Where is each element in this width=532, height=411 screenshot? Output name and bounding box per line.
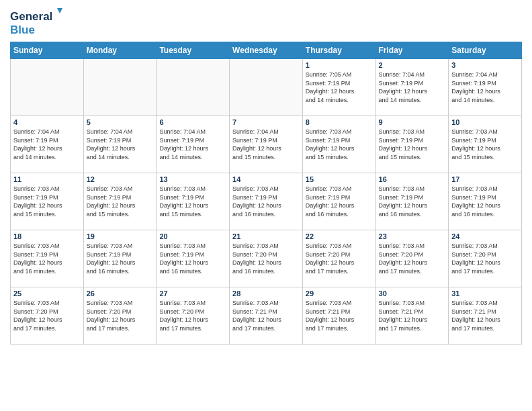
cell-info: Sunrise: 7:05 AM Sunset: 7:19 PM Dayligh… <box>306 71 373 104</box>
calendar-cell: 10Sunrise: 7:03 AM Sunset: 7:19 PM Dayli… <box>449 116 522 173</box>
cell-info: Sunrise: 7:03 AM Sunset: 7:21 PM Dayligh… <box>379 299 446 332</box>
cell-info: Sunrise: 7:04 AM Sunset: 7:19 PM Dayligh… <box>159 128 226 161</box>
calendar-table: SundayMondayTuesdayWednesdayThursdayFrid… <box>10 42 522 345</box>
day-number: 10 <box>451 118 519 126</box>
cell-info: Sunrise: 7:03 AM Sunset: 7:19 PM Dayligh… <box>451 128 519 161</box>
cell-info: Sunrise: 7:03 AM Sunset: 7:19 PM Dayligh… <box>87 242 154 275</box>
calendar-cell: 9Sunrise: 7:03 AM Sunset: 7:19 PM Daylig… <box>375 116 449 173</box>
cell-info: Sunrise: 7:03 AM Sunset: 7:21 PM Dayligh… <box>306 299 373 332</box>
day-number: 21 <box>232 232 300 240</box>
weekday-header: Friday <box>375 42 449 59</box>
day-number: 15 <box>306 175 373 183</box>
cell-info: Sunrise: 7:04 AM Sunset: 7:19 PM Dayligh… <box>379 71 446 104</box>
page-header: General Blue <box>10 7 522 36</box>
calendar-cell: 19Sunrise: 7:03 AM Sunset: 7:19 PM Dayli… <box>83 230 157 287</box>
cell-info: Sunrise: 7:03 AM Sunset: 7:19 PM Dayligh… <box>87 185 154 218</box>
calendar-cell: 1Sunrise: 7:05 AM Sunset: 7:19 PM Daylig… <box>302 59 375 116</box>
calendar-cell: 17Sunrise: 7:03 AM Sunset: 7:19 PM Dayli… <box>449 173 522 230</box>
cell-info: Sunrise: 7:03 AM Sunset: 7:21 PM Dayligh… <box>451 299 519 332</box>
day-number: 31 <box>451 289 519 298</box>
day-number: 4 <box>13 118 81 126</box>
cell-info: Sunrise: 7:04 AM Sunset: 7:19 PM Dayligh… <box>232 128 300 161</box>
day-number: 29 <box>306 289 373 298</box>
cell-info: Sunrise: 7:04 AM Sunset: 7:19 PM Dayligh… <box>451 71 519 104</box>
calendar-cell: 23Sunrise: 7:03 AM Sunset: 7:20 PM Dayli… <box>375 230 449 287</box>
cell-info: Sunrise: 7:03 AM Sunset: 7:21 PM Dayligh… <box>232 299 300 332</box>
calendar-week-row: 4Sunrise: 7:04 AM Sunset: 7:19 PM Daylig… <box>11 116 522 173</box>
calendar-cell: 26Sunrise: 7:03 AM Sunset: 7:20 PM Dayli… <box>83 287 157 345</box>
calendar-cell: 20Sunrise: 7:03 AM Sunset: 7:19 PM Dayli… <box>157 230 230 287</box>
day-number: 25 <box>13 289 81 298</box>
calendar-cell <box>157 59 230 116</box>
day-number: 12 <box>87 175 154 183</box>
calendar-cell: 5Sunrise: 7:04 AM Sunset: 7:19 PM Daylig… <box>83 116 157 173</box>
day-number: 8 <box>306 118 373 126</box>
cell-info: Sunrise: 7:03 AM Sunset: 7:19 PM Dayligh… <box>379 128 446 161</box>
calendar-cell: 27Sunrise: 7:03 AM Sunset: 7:20 PM Dayli… <box>157 287 230 345</box>
day-number: 28 <box>232 289 300 298</box>
calendar-cell: 16Sunrise: 7:03 AM Sunset: 7:19 PM Dayli… <box>375 173 449 230</box>
cell-info: Sunrise: 7:03 AM Sunset: 7:19 PM Dayligh… <box>159 185 226 218</box>
calendar-cell <box>230 59 303 116</box>
weekday-header: Tuesday <box>157 42 230 59</box>
calendar-cell: 14Sunrise: 7:03 AM Sunset: 7:19 PM Dayli… <box>230 173 303 230</box>
calendar-cell: 29Sunrise: 7:03 AM Sunset: 7:21 PM Dayli… <box>302 287 375 345</box>
day-number: 7 <box>232 118 300 126</box>
cell-info: Sunrise: 7:03 AM Sunset: 7:19 PM Dayligh… <box>232 185 300 218</box>
weekday-header: Monday <box>83 42 157 59</box>
cell-info: Sunrise: 7:03 AM Sunset: 7:20 PM Dayligh… <box>306 242 373 275</box>
cell-info: Sunrise: 7:03 AM Sunset: 7:20 PM Dayligh… <box>451 242 519 275</box>
calendar-cell: 3Sunrise: 7:04 AM Sunset: 7:19 PM Daylig… <box>449 59 522 116</box>
calendar-cell: 22Sunrise: 7:03 AM Sunset: 7:20 PM Dayli… <box>302 230 375 287</box>
day-number: 19 <box>87 232 154 240</box>
calendar-cell: 2Sunrise: 7:04 AM Sunset: 7:19 PM Daylig… <box>375 59 449 116</box>
calendar-cell: 15Sunrise: 7:03 AM Sunset: 7:19 PM Dayli… <box>302 173 375 230</box>
day-number: 20 <box>159 232 226 240</box>
calendar-cell: 11Sunrise: 7:03 AM Sunset: 7:19 PM Dayli… <box>11 173 84 230</box>
weekday-header: Thursday <box>302 42 375 59</box>
day-number: 9 <box>379 118 446 126</box>
day-number: 18 <box>13 232 81 240</box>
calendar-week-row: 11Sunrise: 7:03 AM Sunset: 7:19 PM Dayli… <box>11 173 522 230</box>
weekday-header: Sunday <box>11 42 84 59</box>
cell-info: Sunrise: 7:04 AM Sunset: 7:19 PM Dayligh… <box>87 128 154 161</box>
calendar-cell: 7Sunrise: 7:04 AM Sunset: 7:19 PM Daylig… <box>230 116 303 173</box>
day-number: 3 <box>451 61 519 69</box>
cell-info: Sunrise: 7:03 AM Sunset: 7:19 PM Dayligh… <box>379 185 446 218</box>
logo: General Blue <box>10 7 64 36</box>
day-number: 24 <box>451 232 519 240</box>
cell-info: Sunrise: 7:03 AM Sunset: 7:20 PM Dayligh… <box>232 242 300 275</box>
day-number: 6 <box>159 118 226 126</box>
day-number: 26 <box>87 289 154 298</box>
cell-info: Sunrise: 7:03 AM Sunset: 7:19 PM Dayligh… <box>451 185 519 218</box>
calendar-cell: 18Sunrise: 7:03 AM Sunset: 7:19 PM Dayli… <box>11 230 84 287</box>
day-number: 14 <box>232 175 300 183</box>
day-number: 5 <box>87 118 154 126</box>
cell-info: Sunrise: 7:03 AM Sunset: 7:19 PM Dayligh… <box>13 185 81 218</box>
calendar-header-row: SundayMondayTuesdayWednesdayThursdayFrid… <box>11 42 522 59</box>
cell-info: Sunrise: 7:03 AM Sunset: 7:19 PM Dayligh… <box>13 242 81 275</box>
calendar-cell <box>83 59 157 116</box>
calendar-cell: 25Sunrise: 7:03 AM Sunset: 7:20 PM Dayli… <box>11 287 84 345</box>
day-number: 16 <box>379 175 446 183</box>
day-number: 1 <box>306 61 373 69</box>
day-number: 11 <box>13 175 81 183</box>
calendar-cell: 12Sunrise: 7:03 AM Sunset: 7:19 PM Dayli… <box>83 173 157 230</box>
calendar-week-row: 25Sunrise: 7:03 AM Sunset: 7:20 PM Dayli… <box>11 287 522 345</box>
calendar-week-row: 18Sunrise: 7:03 AM Sunset: 7:19 PM Dayli… <box>11 230 522 287</box>
day-number: 27 <box>159 289 226 298</box>
calendar-cell: 13Sunrise: 7:03 AM Sunset: 7:19 PM Dayli… <box>157 173 230 230</box>
calendar-cell: 21Sunrise: 7:03 AM Sunset: 7:20 PM Dayli… <box>230 230 303 287</box>
calendar-week-row: 1Sunrise: 7:05 AM Sunset: 7:19 PM Daylig… <box>11 59 522 116</box>
calendar-cell: 28Sunrise: 7:03 AM Sunset: 7:21 PM Dayli… <box>230 287 303 345</box>
logo-svg: General Blue <box>10 7 64 36</box>
day-number: 22 <box>306 232 373 240</box>
svg-marker-1 <box>57 8 62 13</box>
weekday-header: Saturday <box>449 42 522 59</box>
calendar-cell: 4Sunrise: 7:04 AM Sunset: 7:19 PM Daylig… <box>11 116 84 173</box>
cell-info: Sunrise: 7:03 AM Sunset: 7:19 PM Dayligh… <box>306 185 373 218</box>
cell-info: Sunrise: 7:03 AM Sunset: 7:19 PM Dayligh… <box>159 242 226 275</box>
weekday-header: Wednesday <box>230 42 303 59</box>
svg-text:General: General <box>10 10 52 23</box>
svg-text:Blue: Blue <box>10 24 35 36</box>
